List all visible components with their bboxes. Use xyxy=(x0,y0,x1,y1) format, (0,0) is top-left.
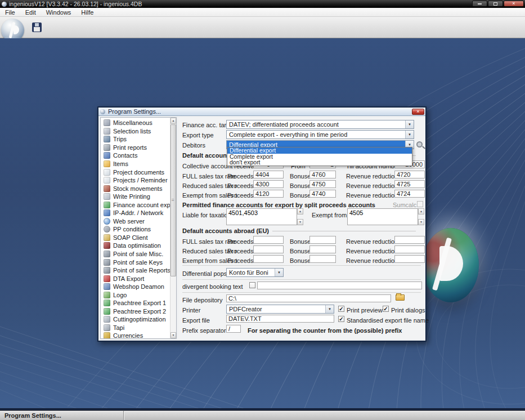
save-icon[interactable] xyxy=(32,23,42,32)
exempt-revenue-abroad-input[interactable] xyxy=(394,255,425,263)
sidebar-item-data-optimisation[interactable]: Data optimisation xyxy=(101,242,170,250)
sidebar-item-project-documents[interactable]: Project documents xyxy=(101,168,170,176)
full-revenue-abroad-input[interactable] xyxy=(394,236,425,244)
exempt-revenue-input[interactable] xyxy=(394,190,425,198)
sidebar-item-peachtree-export-2[interactable]: Peachtree Export 2 xyxy=(101,307,170,316)
sumcalc-checkbox[interactable] xyxy=(417,201,423,207)
reduced-proceeds-abroad-input[interactable] xyxy=(253,245,284,253)
export-arrows-icon xyxy=(104,202,110,208)
reduced-revenue-input[interactable] xyxy=(394,180,425,188)
statusbar-window-tab[interactable]: Program Settings... xyxy=(0,411,124,420)
dialog-close-button[interactable]: × xyxy=(412,109,424,115)
folder-icon[interactable] xyxy=(396,294,405,301)
chevron-down-icon[interactable]: ▼ xyxy=(275,269,283,276)
export-file-input[interactable] xyxy=(226,315,334,323)
exempt-proceeds-abroad-input[interactable] xyxy=(253,255,284,263)
exempt-bonuses-input[interactable] xyxy=(309,190,336,198)
printer-combobox[interactable]: PDFCreator ▼ xyxy=(226,305,334,314)
sidebar-item-trips[interactable]: Trips xyxy=(101,135,170,144)
sidebar-item-finance-account-export[interactable]: Finance account export xyxy=(101,200,170,209)
full-proceeds-abroad-input[interactable] xyxy=(253,236,284,244)
sidebar-item-webshop-deamon[interactable]: Webshop Deamon xyxy=(101,283,170,291)
crate-icon xyxy=(104,185,110,192)
statusbar: Program Settings... xyxy=(0,410,525,420)
dialog-titlebar[interactable]: Program Settings... × xyxy=(98,108,425,116)
finance-target-combobox[interactable]: DATEV; differentiated proceeds account ▼ xyxy=(226,120,414,129)
dropdown-option-dont-export[interactable]: don't export xyxy=(227,159,412,166)
differential-posting-combobox[interactable]: Konto für Boni ▼ xyxy=(226,268,284,277)
divergent-booking-checkbox[interactable] xyxy=(249,282,255,288)
sidebar-item-dta-export[interactable]: DTA Export xyxy=(101,274,170,283)
standardised-name-checkbox[interactable] xyxy=(338,316,344,322)
chevron-down-icon[interactable]: ▼ xyxy=(325,305,334,313)
toolbar xyxy=(0,17,525,38)
chevron-down-icon[interactable]: ▼ xyxy=(405,131,414,138)
liable-spinner[interactable]: ▲▼ xyxy=(297,208,303,225)
scroll-down-icon[interactable]: ▼ xyxy=(170,332,176,338)
sidebar-item-selection-lists[interactable]: Selection lists xyxy=(101,127,170,136)
sidebar-item-ip-addr-network[interactable]: IP-Addr. / Network xyxy=(101,209,170,217)
revenue-col-label: Revenue reductions xyxy=(346,182,401,189)
divergent-booking-input[interactable] xyxy=(257,282,422,289)
settings-panel: Finance acc. target f DATEV; differentia… xyxy=(178,117,425,339)
sidebar-item-point-of-sale-misc[interactable]: Point of sale Misc. xyxy=(101,250,170,258)
minimize-button[interactable] xyxy=(472,1,487,7)
sidebar-item-pp-conditions[interactable]: PP conditions xyxy=(101,225,170,234)
sidebar-item-write-printing[interactable]: Write Printing xyxy=(101,193,170,201)
print-dialogs-checkbox[interactable] xyxy=(383,306,389,312)
full-proceeds-input[interactable] xyxy=(253,171,284,178)
scrollbar-thumb[interactable] xyxy=(170,124,176,276)
close-button[interactable]: × xyxy=(504,1,524,7)
sidebar-item-contacts[interactable]: Contacts xyxy=(101,151,170,160)
register-icon xyxy=(104,251,110,257)
separator xyxy=(182,279,421,280)
maximize-button[interactable] xyxy=(488,1,503,7)
reduced-bonuses-input[interactable] xyxy=(309,180,336,188)
sidebar-item-items[interactable]: Items xyxy=(101,160,170,168)
exempt-bonuses-abroad-input[interactable] xyxy=(309,255,336,263)
exempt-proceeds-input[interactable] xyxy=(253,190,284,198)
sidebar-item-tapi[interactable]: Tapi xyxy=(101,324,170,332)
sidebar-item-print-reports[interactable]: Print reports xyxy=(101,144,170,152)
menu-hilfe[interactable]: Hilfe xyxy=(76,9,98,16)
coins-icon xyxy=(104,332,110,338)
register-icon xyxy=(104,267,110,274)
program-settings-dialog: Program Settings... × Miscellaneous Sele… xyxy=(97,106,427,342)
menu-edit[interactable]: Edit xyxy=(20,9,41,16)
sidebar-item-soap-client[interactable]: SOAP Client xyxy=(101,234,170,242)
sidebar-item-miscellaneous[interactable]: Miscellaneous xyxy=(101,119,170,127)
exempt-tax-spinner[interactable]: ▲▼ xyxy=(418,208,424,225)
exempt-tax-textarea[interactable]: 4505 xyxy=(347,208,418,225)
export-file-label: Export file xyxy=(182,317,210,324)
sidebar-item-stock-movements[interactable]: Stock movements xyxy=(101,184,170,193)
menu-file[interactable]: File xyxy=(0,9,20,16)
scroll-up-icon[interactable]: ▲ xyxy=(170,118,176,124)
app-icon xyxy=(2,2,7,7)
sidebar-item-projects-reminder[interactable]: Projects / Reminder xyxy=(101,176,170,185)
lookup-gear-icon[interactable] xyxy=(416,141,423,148)
dialog-icon xyxy=(100,109,105,114)
gear-icon xyxy=(104,226,110,233)
sidebar-item-peachtree-export-1[interactable]: Peachtree Export 1 xyxy=(101,299,170,307)
sidebar-item-web-server[interactable]: Web server xyxy=(101,217,170,226)
sidebar-item-cuttingoptimization[interactable]: Cuttingoptimization xyxy=(101,315,170,324)
sidebar-item-point-of-sale-reports[interactable]: Point of sale Reports xyxy=(101,266,170,275)
chevron-down-icon[interactable]: ▼ xyxy=(405,120,414,128)
file-depository-input[interactable] xyxy=(226,294,391,302)
menu-windows[interactable]: Windows xyxy=(41,9,77,16)
reduced-bonuses-abroad-input[interactable] xyxy=(309,245,336,253)
sidebar-item-logo[interactable]: Logo xyxy=(101,291,170,299)
sidebar-item-point-of-sale-keys[interactable]: Point of sale Keys xyxy=(101,258,170,266)
sidebar-item-currencies[interactable]: Currencies xyxy=(101,332,170,338)
full-bonuses-input[interactable] xyxy=(309,171,336,178)
sidebar-scrollbar[interactable]: ▲ ▼ xyxy=(170,118,176,338)
reduced-revenue-abroad-input[interactable] xyxy=(394,245,425,253)
full-revenue-input[interactable] xyxy=(394,171,425,178)
prefix-separator-input[interactable] xyxy=(226,325,241,333)
reduced-proceeds-input[interactable] xyxy=(253,180,284,188)
liable-textarea[interactable]: 4501,4503 xyxy=(226,208,297,225)
print-preview-checkbox[interactable] xyxy=(338,306,344,312)
full-bonuses-abroad-input[interactable] xyxy=(309,236,336,244)
export-type-combobox[interactable]: Complete export - everything in time per… xyxy=(226,130,414,139)
permitted-accounts-label: Permitted finance accounts for export by… xyxy=(182,202,375,208)
